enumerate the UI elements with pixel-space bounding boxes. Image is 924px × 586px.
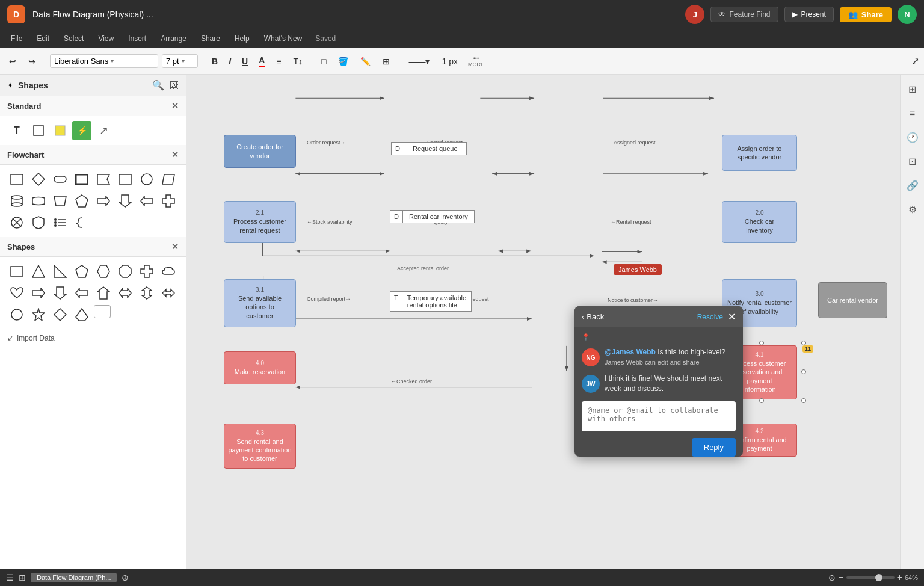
right-panel-settings-icon[interactable]: ⚙ [903, 200, 922, 219]
bold-button[interactable]: B [208, 54, 221, 69]
menu-file[interactable]: File [5, 32, 28, 45]
line-width-button[interactable]: 1 px [437, 54, 461, 69]
zoom-minus-button[interactable]: − [838, 572, 843, 583]
fc-down-arrow[interactable] [116, 191, 135, 211]
lightning-shape[interactable]: ⚡ [72, 121, 91, 140]
fc-bullet-list[interactable] [51, 213, 70, 232]
fc-cylinder[interactable] [7, 191, 26, 211]
fc-tape[interactable] [29, 191, 48, 211]
italic-button[interactable]: I [225, 54, 235, 69]
yellow-rect-shape[interactable] [51, 121, 70, 140]
underline-button[interactable]: U [238, 54, 251, 69]
fc-shield[interactable] [29, 213, 48, 232]
line-style-button[interactable]: ——▾ [404, 54, 434, 69]
sh-left-arrow2[interactable] [72, 283, 91, 303]
location-icon[interactable]: ⊙ [828, 573, 836, 582]
right-panel-grid-icon[interactable]: ⊡ [903, 152, 922, 171]
fullscreen-button[interactable]: ⤢ [911, 55, 919, 67]
sh-right-triangle[interactable] [51, 262, 70, 281]
font-size-select[interactable]: 7 pt ▾ [162, 54, 198, 68]
menu-whats-new[interactable]: What's New [258, 32, 309, 45]
sh-octagon[interactable] [116, 262, 135, 281]
fc-arrow-right[interactable] [94, 191, 113, 211]
redo-button[interactable]: ↪ [24, 54, 40, 69]
sh-down-arrow2[interactable] [51, 283, 70, 303]
sh-rect[interactable] [7, 262, 26, 281]
node-40[interactable]: 4.0 Make reservation [224, 351, 296, 384]
right-panel-clock-icon[interactable]: 🕐 [903, 128, 922, 147]
font-family-select[interactable]: Liberation Sans ▾ [50, 54, 158, 68]
shapes-section-header[interactable]: Shapes ✕ [0, 237, 186, 257]
canvas-area[interactable]: Order request→ Sorted request→ Assigned … [186, 75, 900, 569]
sh-diamond2[interactable] [51, 305, 70, 324]
menu-arrange[interactable]: Arrange [155, 32, 192, 45]
feature-find-button[interactable]: 👁 Feature Find [710, 7, 778, 22]
user-avatar-j[interactable]: J [685, 5, 704, 24]
standard-section-header[interactable]: Standard ✕ [0, 96, 186, 116]
shape-style-button[interactable]: □ [317, 54, 330, 69]
fc-pentagon[interactable] [72, 191, 91, 211]
present-button[interactable]: ▶ Present [784, 7, 834, 22]
zoom-plus-button[interactable]: + [897, 572, 902, 583]
menu-edit[interactable]: Edit [31, 32, 55, 45]
node-create-order[interactable]: Create order forvendor [224, 135, 296, 168]
grid-view-icon[interactable]: ⊞ [19, 573, 26, 582]
arrow-shape[interactable]: ↗ [94, 121, 113, 140]
undo-button[interactable]: ↩ [5, 54, 20, 69]
sh-vert-arrows[interactable] [137, 283, 156, 303]
add-tab-button[interactable]: ⊕ [122, 573, 129, 582]
fc-rounded-rect[interactable] [51, 170, 70, 189]
fill-color-button[interactable]: 🪣 [334, 54, 353, 69]
node-car-vendor[interactable]: Car rental vendor [818, 282, 887, 318]
node-21[interactable]: 2.1 Process customerrental request [224, 201, 296, 243]
sh-up-arrow[interactable] [94, 283, 113, 303]
list-view-icon[interactable]: ☰ [6, 573, 14, 582]
fc-parallelogram[interactable] [159, 170, 178, 189]
sh-cross2[interactable] [137, 262, 156, 281]
standard-close-icon[interactable]: ✕ [171, 101, 179, 111]
diagram-tab[interactable]: Data Flow Diagram (Ph... [31, 573, 117, 582]
fc-rect[interactable] [7, 170, 26, 189]
image-upload-icon[interactable]: 🖼 [169, 80, 179, 91]
sh-heart[interactable] [7, 283, 26, 303]
fc-trapezoid[interactable] [51, 191, 70, 211]
menu-select[interactable]: Select [58, 32, 90, 45]
edit-share-link[interactable]: edit and share [658, 359, 700, 366]
flowchart-close-icon[interactable]: ✕ [171, 150, 179, 159]
sh-triangle[interactable] [29, 262, 48, 281]
fc-left-arrow[interactable] [137, 191, 156, 211]
line-color-button[interactable]: ✏️ [356, 54, 375, 69]
close-comment-icon[interactable]: ✕ [728, 311, 736, 322]
right-panel-search-icon[interactable]: ⊞ [903, 79, 922, 99]
sh-pentagon[interactable] [72, 262, 91, 281]
menu-insert[interactable]: Insert [122, 32, 152, 45]
zoom-slider[interactable] [846, 576, 895, 579]
sh-hexagon[interactable] [94, 262, 113, 281]
right-panel-link-icon[interactable]: 🔗 [903, 176, 922, 195]
text-format-button[interactable]: T↕ [289, 54, 307, 69]
align-button[interactable]: ≡ [272, 54, 285, 69]
sh-right-arrow[interactable] [29, 283, 48, 303]
font-color-button[interactable]: A [255, 53, 268, 69]
node-assign-order[interactable]: Assign order tospecific vendor [722, 135, 797, 171]
sh-circle2[interactable] [7, 305, 26, 324]
shapes-close-icon[interactable]: ✕ [171, 242, 179, 251]
text-shape[interactable]: T [7, 121, 26, 140]
menu-view[interactable]: View [92, 32, 120, 45]
comment-input[interactable] [582, 401, 736, 431]
sh-pentagon2[interactable] [72, 305, 91, 324]
node-31[interactable]: 3.1 Send availableoptions tocustomer [224, 279, 296, 327]
fc-diamond[interactable] [29, 170, 48, 189]
search-shapes-icon[interactable]: 🔍 [152, 79, 164, 91]
fc-xcircle[interactable] [7, 213, 26, 232]
sh-cloud[interactable] [159, 262, 178, 281]
rect-shape[interactable] [29, 121, 48, 140]
back-button[interactable]: ‹ Back [582, 312, 604, 321]
connection-button[interactable]: ⊞ [378, 54, 394, 69]
fc-rect2[interactable] [116, 170, 135, 189]
fc-flag[interactable] [94, 170, 113, 189]
share-button[interactable]: 👥 Share [840, 7, 892, 22]
sh-left-right-arrows[interactable] [159, 283, 178, 303]
menu-help[interactable]: Help [229, 32, 256, 45]
menu-share[interactable]: Share [195, 32, 226, 45]
